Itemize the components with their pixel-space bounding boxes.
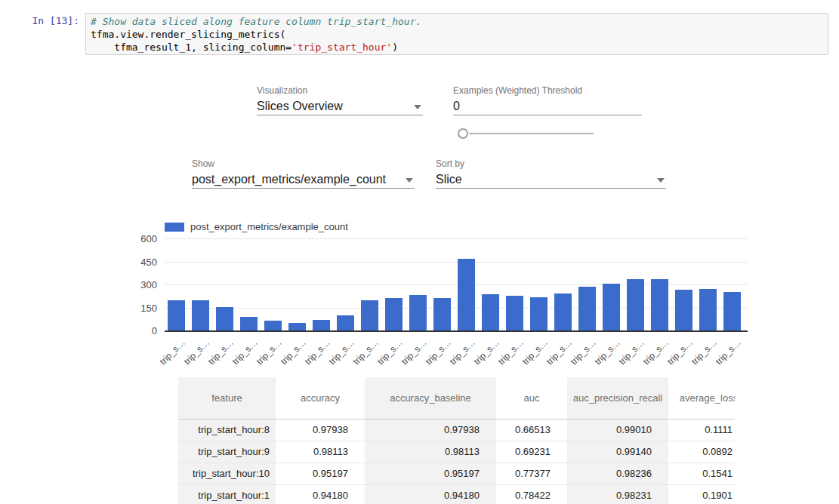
bar[interactable] bbox=[313, 320, 330, 330]
sort-by-label: Sort by bbox=[436, 158, 666, 169]
threshold-label: Examples (Weighted) Threshold bbox=[453, 85, 642, 96]
table-row: trip_start_hour:80.979380.979380.665130.… bbox=[178, 419, 735, 441]
y-axis-tick-label: 600 bbox=[121, 233, 157, 245]
gridline bbox=[165, 262, 748, 263]
bar[interactable] bbox=[554, 293, 572, 330]
bar[interactable] bbox=[675, 290, 692, 330]
sort-by-value: Slice bbox=[436, 172, 666, 187]
bar[interactable] bbox=[627, 279, 644, 330]
table-row: trip_start_hour:10.941800.941800.784220.… bbox=[178, 484, 735, 504]
feature-cell: trip_start_hour:9 bbox=[178, 441, 276, 463]
legend-label: post_export_metrics/example_count bbox=[190, 221, 348, 232]
feature-cell: trip_start_hour:10 bbox=[178, 463, 276, 484]
column-header-accuracy_baseline[interactable]: accuracy_baseline bbox=[365, 377, 496, 419]
bar[interactable] bbox=[361, 300, 378, 330]
bar[interactable] bbox=[240, 317, 258, 330]
metric-cell: 0.98236 bbox=[567, 463, 668, 484]
table-row: trip_start_hour:100.951970.951970.773770… bbox=[178, 463, 735, 484]
plot-area bbox=[165, 239, 748, 331]
metric-cell: 0.97938 bbox=[365, 419, 496, 441]
code-line-3-pre: tfma_result_1, slicing_column= bbox=[91, 41, 291, 53]
metric-cell: 0.99140 bbox=[567, 441, 668, 463]
visualization-select[interactable]: Visualization Slices Overview bbox=[257, 85, 423, 115]
y-axis-tick-label: 0 bbox=[121, 325, 157, 337]
code-editor[interactable]: # Show data sliced along feature column … bbox=[85, 13, 828, 55]
column-header-feature[interactable]: feature bbox=[178, 377, 276, 419]
threshold-field[interactable]: Examples (Weighted) Threshold 0 bbox=[453, 85, 642, 115]
metric-cell: 0.95197 bbox=[276, 463, 365, 484]
bar[interactable] bbox=[337, 315, 354, 330]
y-axis: 6004503001500 bbox=[121, 239, 157, 339]
metric-cell: 0.94180 bbox=[276, 484, 365, 504]
bar[interactable] bbox=[433, 298, 451, 330]
metric-cell: 0.77377 bbox=[496, 463, 567, 484]
table-header-row: featureaccuracyaccuracy_baselineaucauc_p… bbox=[178, 377, 735, 419]
feature-cell: trip_start_hour:1 bbox=[178, 484, 276, 504]
legend-swatch bbox=[165, 223, 184, 232]
column-header-auc[interactable]: auc bbox=[496, 377, 567, 419]
chevron-down-icon[interactable] bbox=[406, 178, 413, 183]
code-line-2: tfma.view.render_slicing_metrics( bbox=[91, 28, 823, 41]
column-header-accuracy[interactable]: accuracy bbox=[276, 377, 365, 419]
metric-cell: 0.69231 bbox=[496, 441, 567, 463]
gridline bbox=[165, 238, 748, 239]
show-metric-select[interactable]: Show post_export_metrics/example_count bbox=[192, 158, 415, 189]
threshold-value: 0 bbox=[453, 99, 642, 114]
metrics-table: featureaccuracyaccuracy_baselineaucauc_p… bbox=[178, 377, 735, 504]
bar[interactable] bbox=[168, 300, 185, 330]
metric-cell: 0.95197 bbox=[365, 463, 496, 484]
bar[interactable] bbox=[385, 298, 403, 330]
metric-cell: 0.94180 bbox=[365, 484, 496, 504]
bar[interactable] bbox=[264, 321, 282, 330]
bar[interactable] bbox=[288, 323, 306, 330]
metric-cell: 0.97938 bbox=[276, 419, 365, 441]
metric-cell: 0.1111 bbox=[668, 419, 735, 441]
metric-cell: 0.0892 bbox=[668, 441, 735, 463]
bar[interactable] bbox=[651, 279, 668, 330]
chevron-down-icon[interactable] bbox=[657, 178, 665, 183]
show-value: post_export_metrics/example_count bbox=[192, 172, 415, 187]
metric-cell: 0.1901 bbox=[668, 484, 735, 504]
bar[interactable] bbox=[578, 287, 596, 330]
bar[interactable] bbox=[458, 259, 475, 330]
x-axis: trip_s…trip_s…trip_s…trip_s…trip_s…trip_… bbox=[165, 336, 748, 370]
slider-track[interactable] bbox=[469, 133, 594, 134]
cell-prompt: In [13]: bbox=[15, 14, 79, 27]
metric-cell: 0.98113 bbox=[276, 441, 365, 463]
visualization-value: Slices Overview bbox=[257, 99, 423, 114]
bar[interactable] bbox=[409, 295, 427, 330]
code-line-3-string: 'trip_start_hour' bbox=[291, 41, 392, 53]
column-header-average_loss[interactable]: average_loss bbox=[668, 377, 735, 419]
metric-cell: 0.78422 bbox=[496, 484, 567, 504]
metric-cell: 0.98231 bbox=[567, 484, 668, 504]
table-row: trip_start_hour:90.981130.981130.692310.… bbox=[178, 441, 735, 463]
code-line-3-post: ) bbox=[392, 41, 398, 53]
chevron-down-icon[interactable] bbox=[414, 105, 421, 109]
column-header-auc_precision_recall[interactable]: auc_precision_recall bbox=[567, 377, 668, 419]
y-axis-tick-label: 150 bbox=[121, 303, 157, 315]
visualization-label: Visualization bbox=[257, 85, 423, 96]
metric-cell: 0.99010 bbox=[567, 419, 668, 441]
bar[interactable] bbox=[506, 296, 523, 330]
y-axis-tick-label: 300 bbox=[121, 279, 157, 291]
code-line-3: tfma_result_1, slicing_column='trip_star… bbox=[91, 41, 823, 54]
notebook-page: In [13]: # Show data sliced along featur… bbox=[0, 0, 839, 504]
bar[interactable] bbox=[192, 300, 209, 330]
y-axis-tick-label: 450 bbox=[121, 257, 157, 269]
bar[interactable] bbox=[603, 284, 620, 330]
slider-handle[interactable] bbox=[458, 128, 468, 139]
x-axis-line bbox=[165, 330, 748, 332]
bar[interactable] bbox=[699, 289, 717, 330]
bar[interactable] bbox=[482, 294, 499, 330]
bar[interactable] bbox=[216, 307, 233, 330]
bar[interactable] bbox=[530, 297, 548, 330]
sort-by-select[interactable]: Sort by Slice bbox=[436, 158, 666, 189]
bar[interactable] bbox=[723, 292, 741, 330]
feature-cell: trip_start_hour:8 bbox=[178, 419, 276, 441]
metrics-table-container: featureaccuracyaccuracy_baselineaucauc_p… bbox=[178, 377, 735, 504]
metric-cell: 0.98113 bbox=[365, 441, 496, 463]
show-label: Show bbox=[192, 158, 415, 169]
metric-cell: 0.1541 bbox=[668, 463, 735, 484]
threshold-slider[interactable] bbox=[458, 128, 594, 139]
code-comment-line: # Show data sliced along feature column … bbox=[91, 15, 823, 28]
